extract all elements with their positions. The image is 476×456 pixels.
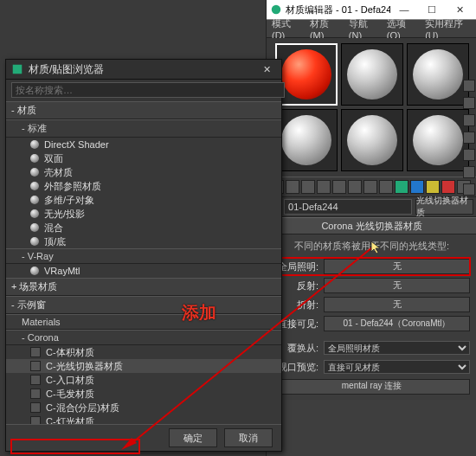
direct-slot-button[interactable]: 01 - Defa244（CoronaMtl） [324,316,470,331]
list-item[interactable]: 顶/底 [6,234,281,248]
editor-menubar: 模式(D) 材质(M) 导航(N) 选项(O) 实用程序(U) [267,20,476,38]
ok-button[interactable]: 确定 [169,428,217,447]
editor-title: 材质编辑器 - 01 - Defa244 [286,3,390,16]
material-ball-icon [30,402,41,413]
material-ball-icon [281,115,331,165]
list-item[interactable]: 无光/投影 [6,207,281,221]
material-ball-icon [30,196,39,204]
material-ball-icon [347,49,397,100]
side-tool-icon[interactable] [463,97,475,109]
group-corona[interactable]: - Corona [6,330,281,345]
svg-rect-1 [13,65,23,74]
material-slot-4[interactable] [275,109,338,171]
group-vray[interactable]: - V-Ray [6,248,281,264]
list-item[interactable]: C-混合(分层)材质 [6,401,281,414]
group-materials[interactable]: - 材质 [6,101,281,119]
browser-title: 材质/贴图浏览器 [29,62,257,77]
tool-icon[interactable] [301,180,315,194]
menu-material[interactable]: 材质(M) [310,17,340,41]
viewport-select[interactable]: 直接可见材质 [324,360,470,374]
browser-icon [11,63,23,75]
list-item[interactable]: 双面 [6,151,281,165]
material-ball-icon [347,115,397,165]
tool-icon[interactable] [395,180,408,194]
list-item[interactable]: 混合 [6,221,281,234]
group-scene[interactable]: + 场景材质 [6,278,281,296]
menu-options[interactable]: 选项(O) [387,17,416,41]
minimize-button[interactable]: — [390,2,418,17]
side-tool-icon[interactable] [463,132,475,144]
browser-close-button[interactable]: ✕ [257,64,276,75]
close-button[interactable]: ✕ [446,2,473,17]
material-slot-2[interactable] [341,43,403,106]
row-viewport: 视口预览: 直接可见材质 [273,358,470,376]
row-override: 覆换从: 全局照明材质 [273,339,470,356]
rollup-title[interactable]: Corona 光线切换器材质 [267,217,476,234]
slot-side-toolbar [463,80,475,213]
material-ball-icon [30,140,39,149]
list-item[interactable]: C-光线切换器材质 [6,359,281,373]
cancel-button[interactable]: 取消 [224,428,273,447]
material-ball-icon [413,115,463,165]
material-ball-icon [30,182,39,190]
row-direct: 直接可见: 01 - Defa244（CoronaMtl） [273,315,470,332]
side-tool-icon[interactable] [463,149,475,161]
material-ball-icon [30,209,39,218]
material-ball-icon [30,267,39,275]
list-item[interactable]: 多维/子对象 [6,193,281,207]
override-select[interactable]: 全局照明材质 [324,341,470,355]
list-item[interactable]: 壳材质 [6,165,281,179]
tool-icon[interactable] [317,180,331,194]
tool-icon[interactable] [441,180,455,194]
browser-button-bar: 确定 取消 [6,424,281,451]
list-item[interactable]: VRayMtl [6,264,281,278]
list-item[interactable]: C-体积材质 [6,345,281,359]
list-item[interactable]: C-毛发材质 [6,387,281,401]
mentalray-rollup[interactable]: mental ray 连接 [273,379,470,395]
menu-util[interactable]: 实用程序(U) [425,17,472,41]
annotation-text: 添加 [182,301,216,324]
reflect-slot-button[interactable]: 无 [324,278,470,293]
material-ball-icon [30,375,41,385]
tool-icon[interactable] [426,180,440,194]
tool-icon[interactable] [332,180,346,194]
material-slot-5[interactable] [341,109,403,171]
browser-titlebar[interactable]: 材质/贴图浏览器 ✕ [6,60,281,80]
refract-slot-button[interactable]: 无 [324,297,470,312]
material-slots [267,38,476,177]
material-browser-window: 材质/贴图浏览器 ✕ - 材质 - 标准 DirectX Shader双面壳材质… [5,59,282,452]
group-mats[interactable]: Materials [6,314,281,330]
row-refract: 折射: 无 [273,296,470,313]
search-input[interactable] [11,82,285,98]
tool-icon[interactable] [363,180,377,194]
side-tool-icon[interactable] [463,183,475,196]
side-tool-icon[interactable] [463,166,475,178]
material-ball-icon [30,154,39,163]
menu-nav[interactable]: 导航(N) [349,17,378,41]
tool-icon[interactable] [379,180,393,194]
material-name-bar: 光线切换器材质 [267,197,476,217]
material-ball-icon [30,168,39,177]
list-item[interactable]: C-入口材质 [6,373,281,387]
side-tool-icon[interactable] [463,114,475,126]
tool-icon[interactable] [410,180,424,194]
list-item[interactable]: DirectX Shader [6,138,281,151]
browser-tree[interactable]: - 材质 - 标准 DirectX Shader双面壳材质外部参照材质多维/子对… [6,101,281,425]
material-editor-window: 材质编辑器 - 01 - Defa244 — ☐ ✕ 模式(D) 材质(M) 导… [266,0,476,456]
tool-icon[interactable] [348,180,362,194]
material-ball-icon [30,347,41,357]
maximize-button[interactable]: ☐ [418,2,446,17]
material-name-input[interactable] [284,199,412,215]
list-item[interactable]: 外部参照材质 [6,179,281,193]
tool-icon[interactable] [286,180,299,194]
gi-slot-button[interactable]: 无 [324,259,470,274]
menu-mode[interactable]: 模式(D) [272,17,301,41]
material-ball-icon [413,49,463,100]
material-slot-6[interactable] [407,109,469,171]
side-tool-icon[interactable] [463,80,475,92]
group-standard[interactable]: - 标准 [6,119,281,138]
panel-description: 不同的材质将被用于不同的光线类型: [273,240,470,253]
group-sample[interactable]: - 示例窗 [6,296,281,314]
material-ball-icon [281,49,331,100]
material-slot-3[interactable] [407,43,469,106]
